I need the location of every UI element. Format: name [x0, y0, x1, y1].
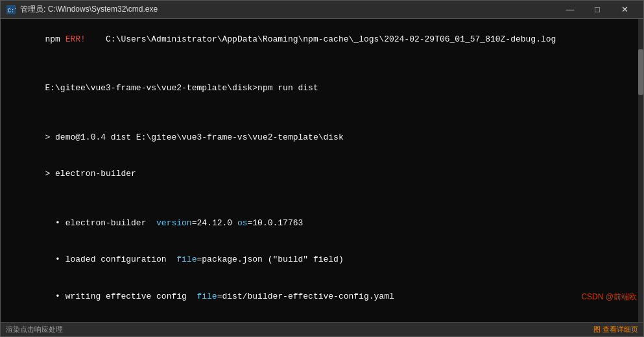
line-npm-err: npm ERR! C:\Users\Administrator\AppData\… [5, 21, 639, 58]
terminal-content: npm ERR! C:\Users\Administrator\AppData\… [5, 21, 639, 319]
line-version: • electron-builder version=24.12.0 os=10… [5, 205, 639, 242]
svg-text:C:\: C:\ [8, 7, 16, 14]
line-blank-1 [5, 58, 639, 71]
scrollbar[interactable] [638, 19, 643, 322]
window-title: 管理员: C:\Windows\System32\cmd.exe [20, 4, 553, 15]
cmd-icon: C:\ [6, 5, 16, 15]
bottom-bar: 渲染点击响应处理 图 查看详细页 [1, 322, 643, 336]
title-bar: C:\ 管理员: C:\Windows\System32\cmd.exe — □… [1, 1, 643, 19]
line-packaging: • packaging platform=win32 arch=x64 elec… [5, 315, 639, 319]
line-demo: > demo@1.0.4 dist E:\gitee\vue3-frame-vs… [5, 119, 639, 156]
scrollbar-thumb[interactable] [638, 49, 643, 95]
maximize-button[interactable]: □ [584, 1, 611, 19]
terminal-body[interactable]: npm ERR! C:\Users\Administrator\AppData\… [1, 19, 643, 322]
minimize-button[interactable]: — [556, 1, 584, 19]
window: C:\ 管理员: C:\Windows\System32\cmd.exe — □… [0, 0, 644, 337]
watermark: CSDN @前端欧 [581, 292, 637, 303]
watermark-platform: CSDN [581, 292, 603, 301]
line-prompt: E:\gitee\vue3-frame-vs\vue2-template\dis… [5, 70, 639, 107]
line-blank-2 [5, 107, 639, 119]
line-writing: • writing effective config file=dist/bui… [5, 279, 639, 316]
window-controls: — □ ✕ [556, 1, 638, 19]
bottom-status: 渲染点击响应处理 [6, 325, 63, 334]
watermark-author: @前端欧 [606, 292, 637, 301]
line-builder: > electron-builder [5, 156, 639, 193]
close-button[interactable]: ✕ [611, 1, 638, 19]
line-loaded: • loaded configuration file=package.json… [5, 242, 639, 279]
bottom-right[interactable]: 图 查看详细页 [593, 325, 638, 334]
line-blank-3 [5, 193, 639, 205]
